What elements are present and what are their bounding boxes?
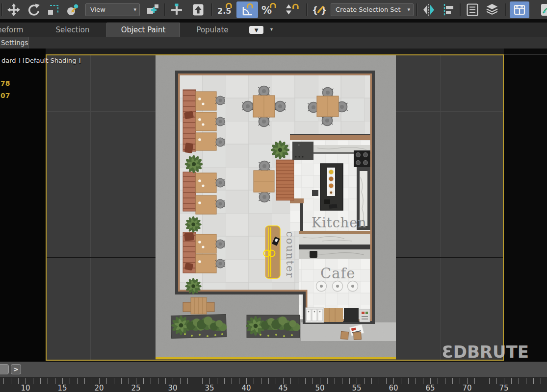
percent-snap-toggle-icon[interactable]: % — [258, 1, 281, 18]
timeline-frame-label: 15 — [57, 384, 67, 392]
right-viewport-strip[interactable] — [504, 49, 547, 361]
timeline-tick — [541, 378, 541, 384]
keyboard-shortcut-override-icon[interactable] — [188, 1, 208, 18]
timeline-tick — [423, 378, 423, 384]
toolbar-separator — [306, 3, 308, 16]
timeline-frame-label: 40 — [241, 384, 251, 392]
timeline-tick — [364, 378, 365, 384]
edit-named-selection-sets-icon[interactable]: { } — [309, 1, 329, 18]
tab-populate[interactable]: Populate — [188, 23, 237, 37]
watermark-logo: 3DBRUTE — [442, 343, 529, 360]
timeline-ruler[interactable]: 1015202530354045505560657075 — [0, 377, 547, 392]
panel-settings[interactable]: Settings — [0, 37, 29, 49]
timeline-tick — [489, 378, 490, 384]
svg-text:2.5: 2.5 — [217, 6, 231, 16]
spinner-snap-toggle-icon[interactable] — [281, 1, 303, 18]
use-pivot-point-center-icon[interactable] — [143, 1, 162, 18]
scene-explorer-icon[interactable] — [463, 1, 482, 18]
timeline-frame-label: 65 — [425, 384, 435, 392]
kitchen-label: Kitchen — [312, 215, 367, 230]
timeline-tick — [48, 378, 48, 384]
timeline-tick — [40, 378, 41, 384]
timeline-frame-label: 70 — [462, 384, 471, 392]
viewport-label[interactable]: dard ] [Default Shading ] — [1, 57, 81, 64]
timeline-tick — [445, 378, 445, 384]
timeline-tick — [114, 378, 114, 384]
timeline-tick — [84, 378, 85, 384]
ribbon-tab-bar: eeform Selection Object Paint Populate ▼… — [0, 23, 547, 37]
timeline-tick — [158, 378, 158, 384]
timeline-tick — [386, 378, 387, 384]
toolbar-separator — [164, 3, 165, 16]
timeline-tick — [165, 378, 166, 384]
timeline-frame-label: 20 — [94, 384, 104, 392]
timeline-tick — [77, 378, 78, 384]
tab-object-paint[interactable]: Object Paint — [106, 23, 180, 37]
timeline-tick — [254, 378, 254, 384]
timeline-tick — [121, 378, 122, 384]
timeline-tick — [496, 378, 497, 384]
booth-seating — [183, 90, 225, 273]
named-selection-set-dropdown[interactable]: Create Selection Set ▾ — [331, 3, 414, 16]
reference-coordinate-system-dropdown[interactable]: View ▾ — [85, 3, 140, 16]
align-icon[interactable] — [439, 1, 458, 18]
timeline-tick — [371, 378, 372, 384]
select-and-scale-icon[interactable] — [43, 1, 63, 18]
timeline-tick — [408, 378, 409, 384]
toolbar-separator — [1, 3, 2, 16]
timeline-tick — [519, 378, 519, 384]
chevron-down-icon[interactable]: ▾ — [270, 26, 273, 32]
timeline-tick — [187, 378, 188, 384]
selected-counter-object[interactable] — [264, 226, 281, 278]
tab-selection[interactable]: Selection — [46, 23, 100, 37]
time-slider-handle[interactable] — [0, 364, 9, 374]
timeline-tick — [533, 378, 534, 384]
curve-editor-icon[interactable] — [540, 1, 547, 18]
chevron-down-icon: ▾ — [407, 6, 410, 13]
timeline-tick — [224, 378, 225, 384]
timeline-tick — [92, 378, 92, 384]
select-and-place-icon[interactable] — [63, 1, 82, 18]
timeline-tick — [276, 378, 276, 384]
ribbon-display-dropdown[interactable]: ▼ — [249, 26, 263, 34]
timeline-tick — [305, 378, 306, 384]
timeline-tick — [232, 378, 232, 384]
timeline-tick — [438, 378, 438, 384]
mirror-icon[interactable] — [419, 1, 439, 18]
timeline-frame-label: 75 — [499, 384, 508, 392]
active-viewport[interactable]: Kitchen Cafe — [46, 54, 504, 361]
timeline-tick — [151, 378, 151, 384]
angle-snap-toggle-icon[interactable] — [236, 1, 258, 18]
ribbon-top-strip — [0, 19, 547, 23]
snaps-toggle-icon[interactable]: 2.5 — [214, 1, 236, 18]
time-slider-row[interactable]: > — [0, 362, 547, 377]
timeline-tick — [33, 378, 33, 384]
timeline-tick — [202, 378, 203, 384]
layer-explorer-icon[interactable] — [482, 1, 502, 18]
timeline-tick — [239, 378, 239, 384]
counter-label: counter — [284, 231, 296, 278]
tab-freeform[interactable]: eeform — [0, 23, 29, 37]
ribbon-toggle-icon[interactable] — [510, 1, 529, 18]
select-and-rotate-icon[interactable] — [24, 1, 43, 18]
timeline-tick — [474, 378, 475, 384]
timeline-tick — [217, 378, 217, 384]
timeline-tick — [511, 378, 512, 384]
timeline-tick — [70, 378, 70, 384]
selection-set-value: Create Selection Set — [336, 6, 402, 13]
timeline-tick — [327, 378, 328, 384]
next-frame-button[interactable]: > — [11, 364, 21, 374]
viewport-grid-line — [90, 55, 91, 361]
select-and-manipulate-icon[interactable] — [167, 1, 186, 18]
cafe-floorplan-render[interactable]: Kitchen Cafe — [156, 55, 396, 361]
timeline-tick — [342, 378, 342, 384]
timeline-tick — [106, 378, 107, 384]
timeline-frame-label: 60 — [389, 384, 398, 392]
timeline-tick — [180, 378, 181, 384]
timeline-frame-label: 45 — [278, 384, 287, 392]
timeline-tick — [379, 378, 379, 384]
timeline-tick — [460, 378, 460, 384]
timeline-tick — [290, 378, 291, 384]
timeline-frame-label: 30 — [168, 384, 177, 392]
select-and-move-icon[interactable] — [4, 1, 24, 18]
